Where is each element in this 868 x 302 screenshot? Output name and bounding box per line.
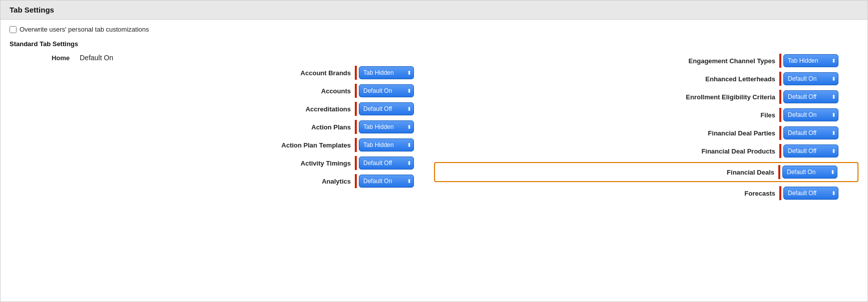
setting-label: Accounts bbox=[275, 87, 355, 95]
setting-select[interactable]: Default OnDefault OffTab Hidden bbox=[783, 72, 838, 85]
select-wrapper: Default OnDefault OffTab Hidden⬍ bbox=[783, 90, 838, 103]
setting-control: Default OnDefault OffTab Hidden⬍ bbox=[779, 108, 838, 122]
setting-select[interactable]: Default OnDefault OffTab Hidden bbox=[783, 144, 838, 158]
select-wrapper: Default OnDefault OffTab Hidden⬍ bbox=[359, 120, 414, 133]
select-wrapper: Default OnDefault OffTab Hidden⬍ bbox=[783, 187, 838, 200]
setting-select[interactable]: Default OnDefault OffTab Hidden bbox=[359, 120, 414, 133]
setting-control: Default OnDefault OffTab Hidden⬍ bbox=[779, 144, 838, 158]
red-bar bbox=[355, 174, 357, 188]
left-setting-row: AnalyticsDefault OnDefault OffTab Hidden… bbox=[10, 174, 434, 188]
setting-control: Default OnDefault OffTab Hidden⬍ bbox=[355, 66, 414, 80]
setting-label: Files bbox=[669, 111, 779, 119]
setting-control: Default OnDefault OffTab Hidden⬍ bbox=[355, 102, 414, 116]
red-bar bbox=[779, 186, 781, 200]
red-bar bbox=[355, 156, 357, 170]
setting-control: Default OnDefault OffTab Hidden⬍ bbox=[355, 120, 414, 134]
setting-label: Financial Deals bbox=[668, 169, 778, 176]
red-bar bbox=[355, 138, 357, 152]
right-setting-row: Enhanced LetterheadsDefault OnDefault Of… bbox=[434, 72, 858, 86]
select-wrapper: Default OnDefault OffTab Hidden⬍ bbox=[359, 84, 414, 97]
setting-label: Enhanced Letterheads bbox=[669, 75, 779, 83]
setting-label: Activity Timings bbox=[275, 160, 355, 167]
red-bar bbox=[355, 66, 357, 80]
select-wrapper: Default OnDefault OffTab Hidden⬍ bbox=[359, 66, 414, 79]
setting-select[interactable]: Default OnDefault OffTab Hidden bbox=[783, 90, 838, 103]
left-setting-row: AccountsDefault OnDefault OffTab Hidden⬍ bbox=[10, 84, 434, 98]
red-bar bbox=[779, 90, 781, 104]
setting-label: Action Plan Templates bbox=[275, 141, 355, 149]
home-value: Default On bbox=[80, 54, 113, 62]
setting-label: Engagement Channel Types bbox=[669, 57, 779, 65]
setting-select[interactable]: Default OnDefault OffTab Hidden bbox=[783, 54, 838, 67]
red-bar bbox=[779, 54, 781, 68]
setting-label: Analytics bbox=[275, 178, 355, 185]
setting-select[interactable]: Default OnDefault OffTab Hidden bbox=[359, 157, 414, 170]
left-setting-row: Activity TimingsDefault OnDefault OffTab… bbox=[10, 156, 434, 170]
select-wrapper: Default OnDefault OffTab Hidden⬍ bbox=[783, 72, 838, 85]
red-bar bbox=[355, 84, 357, 98]
setting-label: Account Brands bbox=[275, 69, 355, 77]
right-setting-row: Enrollment Eligibility CriteriaDefault O… bbox=[434, 90, 858, 104]
home-label: Home bbox=[10, 54, 70, 62]
setting-control: Default OnDefault OffTab Hidden⬍ bbox=[778, 165, 837, 179]
setting-control: Default OnDefault OffTab Hidden⬍ bbox=[355, 156, 414, 170]
setting-control: Default OnDefault OffTab Hidden⬍ bbox=[355, 84, 414, 98]
setting-label: Accreditations bbox=[275, 105, 355, 113]
right-settings-container: Engagement Channel TypesDefault OnDefaul… bbox=[434, 54, 858, 200]
right-setting-row: FilesDefault OnDefault OffTab Hidden⬍ bbox=[434, 108, 858, 122]
page-header: Tab Settings bbox=[1, 1, 867, 20]
red-bar bbox=[779, 108, 781, 122]
select-wrapper: Default OnDefault OffTab Hidden⬍ bbox=[782, 166, 837, 179]
select-wrapper: Default OnDefault OffTab Hidden⬍ bbox=[359, 138, 414, 152]
setting-select[interactable]: Default OnDefault OffTab Hidden bbox=[359, 66, 414, 79]
setting-control: Default OnDefault OffTab Hidden⬍ bbox=[779, 126, 838, 140]
right-setting-row: Financial DealsDefault OnDefault OffTab … bbox=[434, 162, 858, 182]
left-setting-row: Account BrandsDefault OnDefault OffTab H… bbox=[10, 66, 434, 80]
overwrite-checkbox[interactable] bbox=[10, 26, 17, 33]
setting-control: Default OnDefault OffTab Hidden⬍ bbox=[779, 54, 838, 68]
home-row: Home Default On bbox=[10, 54, 434, 62]
setting-label: Financial Deal Products bbox=[669, 147, 779, 155]
setting-control: Default OnDefault OffTab Hidden⬍ bbox=[355, 138, 414, 152]
right-setting-row: Engagement Channel TypesDefault OnDefaul… bbox=[434, 54, 858, 68]
left-setting-row: AccreditationsDefault OnDefault OffTab H… bbox=[10, 102, 434, 116]
right-setting-row: Financial Deal PartiesDefault OnDefault … bbox=[434, 126, 858, 140]
page: Tab Settings Overwrite users' personal t… bbox=[0, 0, 868, 302]
select-wrapper: Default OnDefault OffTab Hidden⬍ bbox=[359, 175, 414, 188]
select-wrapper: Default OnDefault OffTab Hidden⬍ bbox=[359, 157, 414, 170]
overwrite-row: Overwrite users' personal tab customizat… bbox=[10, 26, 858, 33]
left-settings-container: Account BrandsDefault OnDefault OffTab H… bbox=[10, 66, 434, 188]
setting-label: Financial Deal Parties bbox=[669, 129, 779, 137]
red-bar bbox=[779, 144, 781, 158]
two-col-layout: Home Default On Account BrandsDefault On… bbox=[10, 54, 858, 204]
setting-select[interactable]: Default OnDefault OffTab Hidden bbox=[783, 108, 838, 121]
red-bar bbox=[355, 102, 357, 116]
right-setting-row: Financial Deal ProductsDefault OnDefault… bbox=[434, 144, 858, 158]
left-setting-row: Action PlansDefault OnDefault OffTab Hid… bbox=[10, 120, 434, 134]
setting-control: Default OnDefault OffTab Hidden⬍ bbox=[779, 186, 838, 200]
setting-select[interactable]: Default OnDefault OffTab Hidden bbox=[359, 175, 414, 188]
setting-control: Default OnDefault OffTab Hidden⬍ bbox=[779, 72, 838, 86]
right-setting-row: ForecastsDefault OnDefault OffTab Hidden… bbox=[434, 186, 858, 200]
red-bar bbox=[779, 72, 781, 86]
select-wrapper: Default OnDefault OffTab Hidden⬍ bbox=[783, 54, 838, 67]
red-bar bbox=[779, 126, 781, 140]
select-wrapper: Default OnDefault OffTab Hidden⬍ bbox=[783, 144, 838, 158]
page-body: Overwrite users' personal tab customizat… bbox=[1, 20, 867, 210]
setting-label: Forecasts bbox=[669, 190, 779, 197]
page-title: Tab Settings bbox=[10, 6, 858, 14]
setting-select[interactable]: Default OnDefault OffTab Hidden bbox=[783, 126, 838, 139]
setting-label: Action Plans bbox=[275, 123, 355, 131]
setting-select[interactable]: Default OnDefault OffTab Hidden bbox=[359, 84, 414, 97]
setting-select[interactable]: Default OnDefault OffTab Hidden bbox=[782, 166, 837, 179]
setting-select[interactable]: Default OnDefault OffTab Hidden bbox=[783, 187, 838, 200]
setting-control: Default OnDefault OffTab Hidden⬍ bbox=[779, 90, 838, 104]
standard-section-title: Standard Tab Settings bbox=[10, 40, 858, 48]
select-wrapper: Default OnDefault OffTab Hidden⬍ bbox=[359, 102, 414, 115]
setting-select[interactable]: Default OnDefault OffTab Hidden bbox=[359, 102, 414, 115]
select-wrapper: Default OnDefault OffTab Hidden⬍ bbox=[783, 108, 838, 121]
setting-control: Default OnDefault OffTab Hidden⬍ bbox=[355, 174, 414, 188]
setting-select[interactable]: Default OnDefault OffTab Hidden bbox=[359, 138, 414, 152]
right-col: Engagement Channel TypesDefault OnDefaul… bbox=[434, 54, 858, 204]
red-bar bbox=[355, 120, 357, 134]
